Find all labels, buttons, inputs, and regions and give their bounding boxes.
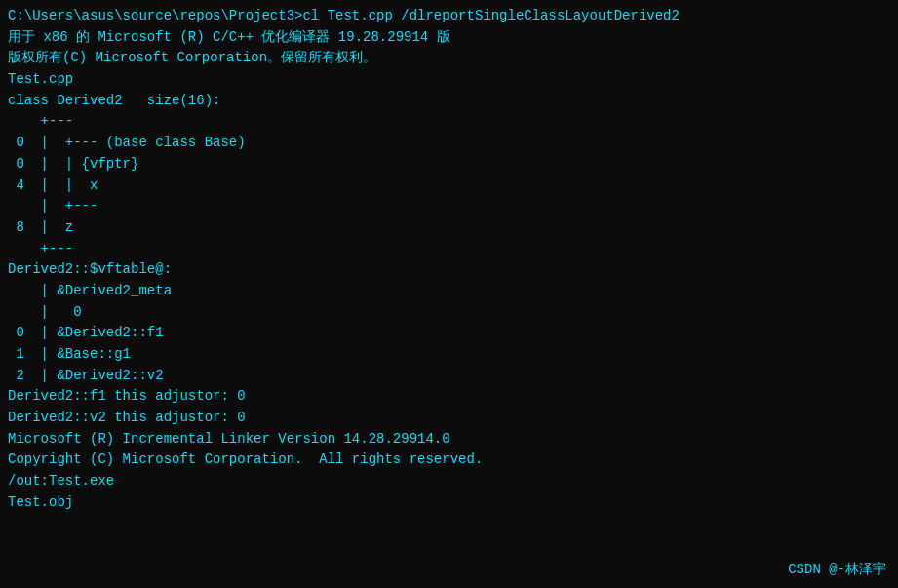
- terminal-line: 用于 x86 的 Microsoft (R) C/C++ 优化编译器 19.28…: [8, 27, 890, 49]
- terminal-output: C:\Users\asus\source\repos\Project3>cl T…: [8, 6, 890, 514]
- terminal-line: | 0: [8, 302, 890, 324]
- terminal-line: 0 | | {vfptr}: [8, 154, 890, 176]
- terminal-line: 2 | &Derived2::v2: [8, 366, 890, 387]
- terminal-line: Microsoft (R) Incremental Linker Version…: [8, 429, 890, 451]
- terminal-line: | +---: [8, 196, 890, 217]
- terminal-line: 版权所有(C) Microsoft Corporation。保留所有权利。: [8, 48, 890, 69]
- terminal-line: 1 | &Base::g1: [8, 344, 890, 366]
- terminal-line: 0 | +--- (base class Base): [8, 133, 890, 154]
- terminal-line: 0 | &Derived2::f1: [8, 323, 890, 344]
- terminal-line: +---: [8, 239, 890, 260]
- terminal-line: +---: [8, 111, 890, 133]
- terminal-line: Derived2::$vftable@:: [8, 259, 890, 281]
- terminal-line: 4 | | x: [8, 176, 890, 197]
- terminal-line: class Derived2 size(16):: [8, 91, 890, 112]
- terminal-line: Test.cpp: [8, 69, 890, 91]
- terminal-line: Copyright (C) Microsoft Corporation. All…: [8, 450, 890, 471]
- terminal-line: /out:Test.exe: [8, 471, 890, 492]
- watermark: CSDN @-林泽宇: [788, 561, 886, 578]
- terminal-line: Test.obj: [8, 492, 890, 514]
- terminal-line: Derived2::f1 this adjustor: 0: [8, 386, 890, 408]
- terminal-line: | &Derived2_meta: [8, 281, 890, 302]
- terminal-line: 8 | z: [8, 217, 890, 239]
- terminal-window: C:\Users\asus\source\repos\Project3>cl T…: [0, 0, 898, 588]
- terminal-line: Derived2::v2 this adjustor: 0: [8, 408, 890, 429]
- terminal-line: C:\Users\asus\source\repos\Project3>cl T…: [8, 6, 890, 27]
